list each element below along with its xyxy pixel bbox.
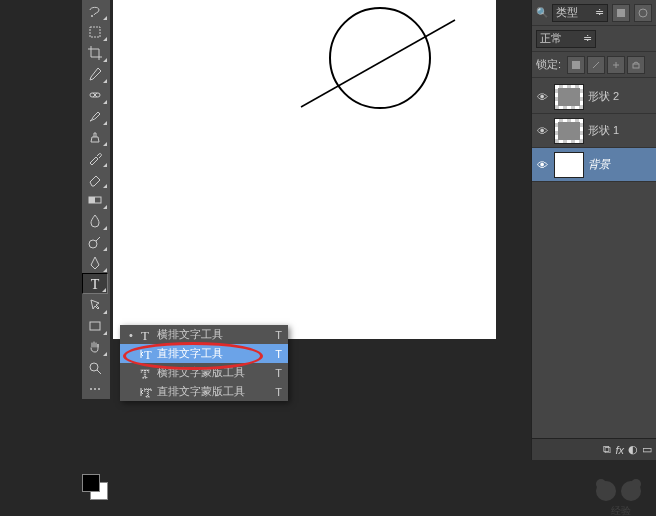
tool-hand[interactable] — [82, 336, 108, 357]
tool-history-brush[interactable] — [82, 147, 108, 168]
svg-rect-16 — [617, 9, 625, 17]
link-layers-icon[interactable]: ⧉ — [603, 443, 611, 456]
svg-text:T: T — [144, 348, 152, 361]
svg-point-22 — [596, 479, 606, 489]
watermark: 经验 — [586, 466, 656, 516]
layers-list: 👁 形状 2 👁 形状 1 👁 背景 — [532, 78, 656, 182]
type-tool-flyout: • T 横排文字工具 T T 直排文字工具 T T 横排文字蒙版工具 T T 直… — [120, 325, 288, 401]
svg-point-10 — [94, 388, 96, 390]
flyout-vertical-type-mask[interactable]: T 直排文字蒙版工具 T — [120, 382, 288, 401]
tool-pen[interactable] — [82, 252, 108, 273]
svg-point-0 — [91, 15, 93, 17]
layer-name[interactable]: 形状 1 — [588, 123, 619, 138]
vertical-type-mask-icon: T — [136, 385, 154, 399]
layers-panel: 🔍 类型 ≑ 正常 ≑ 锁定: 👁 形状 2 👁 形状 1 — [531, 0, 656, 460]
flyout-current-dot: • — [126, 329, 136, 341]
visibility-toggle[interactable]: 👁 — [534, 125, 550, 137]
tool-eraser[interactable] — [82, 168, 108, 189]
lock-position-icon[interactable] — [607, 56, 625, 74]
tool-eyedropper[interactable] — [82, 63, 108, 84]
shape-circle — [330, 8, 430, 108]
svg-point-5 — [89, 240, 97, 248]
flyout-horizontal-type-mask[interactable]: T 横排文字蒙版工具 T — [120, 363, 288, 382]
layer-row[interactable]: 👁 形状 2 — [532, 80, 656, 114]
blend-mode-select[interactable]: 正常 ≑ — [536, 30, 596, 48]
search-icon: 🔍 — [536, 7, 548, 18]
svg-rect-18 — [572, 61, 580, 69]
lock-pixels-icon[interactable] — [587, 56, 605, 74]
lock-label: 锁定: — [536, 57, 561, 72]
shape-line — [301, 20, 455, 107]
flyout-shortcut: T — [272, 367, 282, 379]
horizontal-type-mask-icon: T — [136, 366, 154, 380]
layer-thumbnail[interactable] — [554, 84, 584, 110]
svg-point-17 — [639, 9, 647, 17]
flyout-vertical-type[interactable]: T 直排文字工具 T — [120, 344, 288, 363]
layer-fx-icon[interactable]: fx — [615, 444, 624, 456]
svg-rect-19 — [633, 64, 639, 68]
layer-mask-icon[interactable]: ◐ — [628, 443, 638, 456]
foreground-color-swatch[interactable] — [82, 474, 100, 492]
flyout-label: 横排文字蒙版工具 — [154, 365, 272, 380]
canvas[interactable] — [113, 0, 496, 339]
layer-name[interactable]: 背景 — [588, 157, 610, 172]
svg-rect-4 — [89, 197, 95, 203]
tool-brush[interactable] — [82, 105, 108, 126]
flyout-shortcut: T — [272, 348, 282, 360]
filter-pixel-icon[interactable] — [612, 4, 630, 22]
tool-dodge[interactable] — [82, 231, 108, 252]
svg-text:T: T — [91, 277, 100, 292]
tool-clone[interactable] — [82, 126, 108, 147]
tool-zoom[interactable] — [82, 357, 108, 378]
visibility-toggle[interactable]: 👁 — [534, 159, 550, 171]
svg-point-9 — [90, 388, 92, 390]
visibility-toggle[interactable]: 👁 — [534, 91, 550, 103]
layer-thumbnail[interactable] — [554, 152, 584, 178]
flyout-shortcut: T — [272, 329, 282, 341]
tool-lasso[interactable] — [82, 0, 108, 21]
lock-all-icon[interactable] — [627, 56, 645, 74]
tool-rectangle[interactable] — [82, 315, 108, 336]
blend-mode-row: 正常 ≑ — [532, 26, 656, 52]
tool-type[interactable]: T — [82, 273, 108, 294]
flyout-label: 横排文字工具 — [154, 327, 272, 342]
horizontal-type-icon: T — [136, 328, 154, 342]
layer-filter-row: 🔍 类型 ≑ — [532, 0, 656, 26]
svg-point-8 — [90, 363, 98, 371]
svg-text:T: T — [141, 366, 149, 380]
tool-spot-heal[interactable] — [82, 84, 108, 105]
layer-row[interactable]: 👁 背景 — [532, 148, 656, 182]
flyout-label: 直排文字工具 — [154, 346, 272, 361]
layer-filter-type[interactable]: 类型 ≑ — [552, 4, 608, 22]
flyout-horizontal-type[interactable]: • T 横排文字工具 T — [120, 325, 288, 344]
svg-rect-7 — [90, 322, 100, 330]
svg-rect-1 — [90, 27, 100, 37]
tool-edit-toolbar[interactable] — [82, 378, 108, 399]
tool-quick-select[interactable] — [82, 21, 108, 42]
lock-row: 锁定: — [532, 52, 656, 78]
flyout-label: 直排文字蒙版工具 — [154, 384, 272, 399]
layers-panel-footer: ⧉ fx ◐ ▭ — [532, 438, 656, 460]
lock-transparency-icon[interactable] — [567, 56, 585, 74]
svg-point-23 — [631, 479, 641, 489]
svg-text:T: T — [141, 328, 149, 342]
svg-point-11 — [98, 388, 100, 390]
layer-thumbnail[interactable] — [554, 118, 584, 144]
flyout-shortcut: T — [272, 386, 282, 398]
tool-gradient[interactable] — [82, 189, 108, 210]
tool-crop[interactable] — [82, 42, 108, 63]
svg-text:经验: 经验 — [611, 505, 631, 516]
tool-path-select[interactable] — [82, 294, 108, 315]
layer-name[interactable]: 形状 2 — [588, 89, 619, 104]
filter-adjust-icon[interactable] — [634, 4, 652, 22]
new-group-icon[interactable]: ▭ — [642, 443, 652, 456]
tools-toolbar: T — [82, 0, 110, 399]
svg-text:T: T — [144, 386, 152, 399]
tool-blur[interactable] — [82, 210, 108, 231]
vertical-type-icon: T — [136, 347, 154, 361]
layer-row[interactable]: 👁 形状 1 — [532, 114, 656, 148]
